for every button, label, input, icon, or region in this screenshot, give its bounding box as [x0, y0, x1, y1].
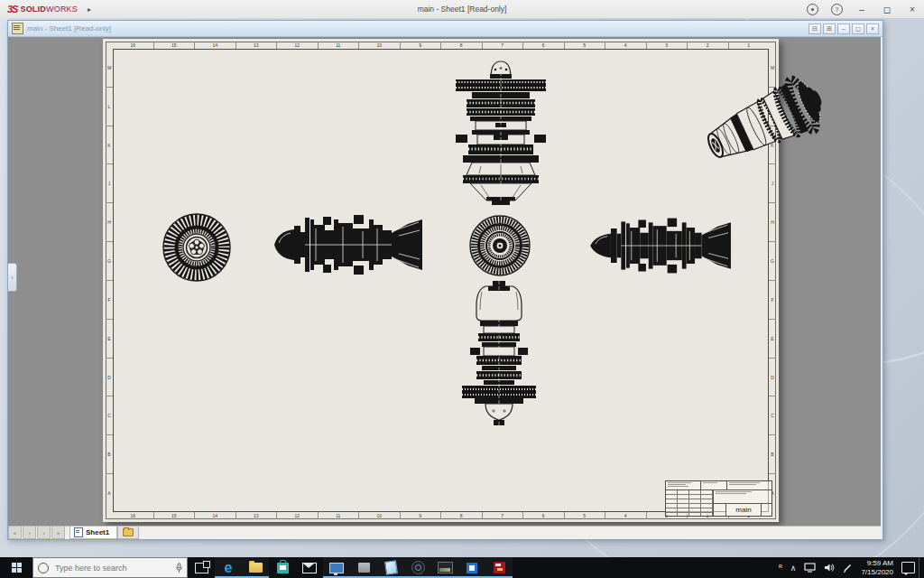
- edge-icon: e: [225, 561, 233, 575]
- store-icon: [277, 563, 289, 573]
- app-title: main - Sheet1 [Read-only]: [418, 5, 507, 14]
- title-block-tolerance-grid: [666, 490, 714, 516]
- task-view-button[interactable]: [188, 557, 215, 578]
- tray-time: 9:59 AM: [861, 559, 893, 568]
- title-block[interactable]: main: [665, 480, 772, 517]
- taskbar-photos[interactable]: [458, 557, 485, 578]
- document-titlebar[interactable]: main - Sheet1 [Read-only] ⊟ ⊞ – ◻ ×: [8, 21, 882, 37]
- lens-app-icon: [411, 561, 425, 574]
- system-tray: ᴿ ∧ 9:59 AM 7/15/2020: [779, 557, 919, 578]
- volume-icon[interactable]: [824, 563, 835, 573]
- prev-sheet-button[interactable]: ‹: [23, 527, 36, 539]
- menu-flyout-arrow-icon[interactable]: ▸: [88, 5, 91, 14]
- microphone-icon: [176, 563, 182, 573]
- view-left-side[interactable]: [273, 209, 426, 281]
- taskbar-solidworks[interactable]: [485, 557, 513, 578]
- document-title: main - Sheet1 [Read-only]: [27, 24, 111, 33]
- title-block-size-cell: [714, 504, 726, 516]
- file-explorer-icon: [249, 563, 263, 573]
- restore-button[interactable]: ◻: [881, 5, 893, 14]
- show-desktop-button[interactable]: [919, 557, 924, 578]
- view-bottom[interactable]: [460, 279, 538, 427]
- last-sheet-button[interactable]: »: [51, 527, 65, 539]
- drawing-name-cell: main: [726, 504, 762, 516]
- tray-date: 7/15/2020: [861, 568, 893, 577]
- action-center-icon[interactable]: [901, 562, 915, 573]
- solidworks-app-icon: [494, 562, 505, 573]
- hidden-icons-chevron-icon[interactable]: ∧: [790, 564, 797, 573]
- title-block-rev-cell: [762, 504, 772, 516]
- drawing-canvas[interactable]: › 16151413121110987654321 16151413121110…: [8, 37, 881, 527]
- taskbar-mail[interactable]: [296, 557, 323, 578]
- chevron-right-icon: ›: [11, 275, 13, 281]
- edrawings-icon: [384, 560, 398, 575]
- view-top[interactable]: [445, 58, 557, 206]
- close-button[interactable]: ×: [906, 5, 919, 14]
- pane-right-button[interactable]: ⊞: [823, 23, 836, 34]
- desktop-background: main - Sheet1 [Read-only] ⊟ ⊞ – ◻ × › 16…: [0, 18, 924, 557]
- window-controls: ? – ◻ ×: [807, 0, 919, 18]
- mail-icon: [302, 563, 317, 573]
- task-view-icon: [195, 563, 208, 573]
- taskbar-store[interactable]: [269, 557, 296, 578]
- minimize-button[interactable]: –: [855, 5, 868, 14]
- zone-letters-left: MLKJHGFEDCBA: [106, 49, 113, 512]
- taskbar-edge[interactable]: e: [215, 557, 242, 578]
- add-sheet-tab[interactable]: [117, 527, 139, 539]
- capture-app-icon: [438, 562, 453, 573]
- search-input[interactable]: [53, 563, 156, 573]
- first-sheet-button[interactable]: «: [8, 527, 22, 539]
- taskbar-monitor-app[interactable]: [323, 557, 350, 578]
- title-block-notes: [714, 490, 772, 504]
- input-indicator-icon[interactable]: ᴿ: [779, 564, 782, 572]
- doc-restore-button[interactable]: ◻: [852, 23, 864, 34]
- photos-icon: [467, 563, 477, 573]
- taskbar-gray-app[interactable]: [350, 557, 377, 578]
- taskbar-edrawings[interactable]: [377, 557, 404, 578]
- next-sheet-button[interactable]: ›: [37, 527, 51, 539]
- view-right-side[interactable]: [586, 211, 737, 280]
- pen-icon[interactable]: [843, 563, 853, 573]
- feature-panel-expand-tab[interactable]: ›: [8, 263, 17, 292]
- clock[interactable]: 9:59 AM 7/15/2020: [861, 559, 893, 577]
- windows-taskbar: e ᴿ ∧ 9:59 AM 7/15/2020: [0, 557, 924, 578]
- sheet-icon: [74, 527, 83, 537]
- drawing-file-icon: [12, 23, 23, 34]
- title-block-header: [666, 481, 772, 490]
- drawing-sheet[interactable]: 16151413121110987654321 1615141312111098…: [103, 39, 779, 522]
- help-icon[interactable]: ?: [831, 4, 843, 15]
- taskbar-lens-app[interactable]: [404, 557, 431, 578]
- view-isometric[interactable]: [694, 73, 838, 163]
- gray-app-icon: [358, 563, 370, 573]
- start-button[interactable]: [0, 557, 32, 578]
- doc-close-button[interactable]: ×: [866, 23, 879, 34]
- sheet1-tab[interactable]: Sheet1: [69, 527, 117, 539]
- solidworks-logo: 3S SOLID WORKS ▸: [7, 2, 91, 16]
- pane-left-button[interactable]: ⊟: [808, 23, 821, 34]
- doc-minimize-button[interactable]: –: [837, 23, 850, 34]
- solidworks-logo-icon: 3S: [7, 4, 17, 14]
- account-icon[interactable]: [807, 4, 818, 15]
- app-titlebar: 3S SOLID WORKS ▸ main - Sheet1 [Read-onl…: [0, 0, 924, 19]
- taskbar-capture-app[interactable]: [431, 557, 458, 578]
- network-icon[interactable]: [804, 563, 816, 573]
- monitor-app-icon: [329, 563, 344, 573]
- windows-logo-icon: [12, 563, 22, 573]
- view-rear[interactable]: [468, 214, 531, 277]
- cortana-icon: [38, 563, 49, 573]
- sheet-tab-bar: « ‹ › » Sheet1: [8, 526, 881, 539]
- document-window: main - Sheet1 [Read-only] ⊟ ⊞ – ◻ × › 16…: [7, 20, 883, 540]
- sheet-tab-label: Sheet1: [86, 528, 109, 536]
- view-front-fan[interactable]: [161, 211, 233, 284]
- taskbar-search[interactable]: [32, 557, 188, 578]
- add-sheet-icon: [123, 528, 134, 536]
- taskbar-file-explorer[interactable]: [242, 557, 269, 578]
- zone-numbers-top: 16151413121110987654321: [113, 42, 769, 49]
- document-window-controls: ⊟ ⊞ – ◻ ×: [808, 23, 879, 34]
